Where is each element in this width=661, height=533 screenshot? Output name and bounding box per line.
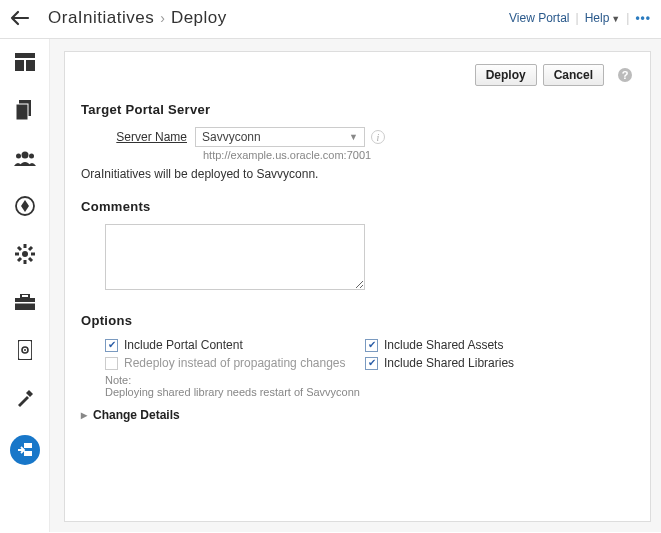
caret-down-icon: ▼ <box>611 14 620 24</box>
breadcrumb-root[interactable]: OraInitiatives <box>48 8 154 28</box>
server-url: http://example.us.oracle.com:7001 <box>203 149 634 161</box>
templates-icon[interactable] <box>13 99 37 121</box>
breadcrumb-current: Deploy <box>171 8 227 28</box>
options-note-label: Note: <box>105 374 634 386</box>
svg-point-9 <box>22 251 28 257</box>
deploy-button[interactable]: Deploy <box>475 64 537 86</box>
svg-line-17 <box>18 258 21 261</box>
svg-line-15 <box>29 258 32 261</box>
dashboard-icon[interactable] <box>13 51 37 73</box>
svg-rect-24 <box>24 443 32 448</box>
deploy-icon[interactable] <box>10 435 40 465</box>
cancel-button[interactable]: Cancel <box>543 64 604 86</box>
comments-textarea[interactable] <box>105 224 365 290</box>
svg-point-7 <box>29 154 34 159</box>
svg-rect-25 <box>24 451 32 456</box>
breadcrumb: OraInitiatives › Deploy <box>48 8 509 28</box>
section-title-comments: Comments <box>81 199 634 214</box>
section-title-target: Target Portal Server <box>81 102 634 117</box>
back-button[interactable] <box>8 6 32 30</box>
svg-text:?: ? <box>622 69 629 81</box>
svg-point-5 <box>21 152 28 159</box>
change-details-toggle[interactable]: ▸ Change Details <box>81 408 634 422</box>
svg-line-16 <box>29 247 32 250</box>
svg-rect-18 <box>15 298 35 310</box>
svg-line-14 <box>18 247 21 250</box>
svg-point-23 <box>24 349 26 351</box>
svg-rect-1 <box>15 60 24 71</box>
help-icon[interactable]: ? <box>616 66 634 84</box>
users-icon[interactable] <box>13 147 37 169</box>
help-menu[interactable]: Help▼ <box>585 11 621 25</box>
chevron-down-icon: ▼ <box>349 132 358 142</box>
options-note-text: Deploying shared library needs restart o… <box>105 386 634 398</box>
settings-icon[interactable] <box>13 243 37 265</box>
mobile-icon[interactable] <box>13 339 37 361</box>
redeploy-checkbox <box>105 357 118 370</box>
svg-rect-2 <box>26 60 35 71</box>
include-portal-content-label: Include Portal Content <box>124 338 243 352</box>
view-portal-link[interactable]: View Portal <box>509 11 569 25</box>
redeploy-label: Redeploy instead of propagating changes <box>124 356 346 370</box>
toolbox-icon[interactable] <box>13 291 37 313</box>
include-shared-assets-label: Include Shared Assets <box>384 338 503 352</box>
sidebar <box>0 39 50 532</box>
section-title-options: Options <box>81 313 634 328</box>
include-portal-content-checkbox[interactable] <box>105 339 118 352</box>
info-icon[interactable]: i <box>371 130 385 144</box>
breadcrumb-separator: › <box>160 10 165 26</box>
svg-rect-19 <box>21 294 29 298</box>
include-shared-libraries-checkbox[interactable] <box>365 357 378 370</box>
directions-icon[interactable] <box>13 195 37 217</box>
deploy-target-note: OraInitiatives will be deployed to Savvy… <box>81 167 634 181</box>
deploy-panel: Deploy Cancel ? Target Portal Server Ser… <box>64 51 651 522</box>
server-name-select[interactable]: Savvyconn ▼ <box>195 127 365 147</box>
tools-icon[interactable] <box>13 387 37 409</box>
chevron-right-icon: ▸ <box>81 408 87 422</box>
include-shared-assets-checkbox[interactable] <box>365 339 378 352</box>
svg-rect-20 <box>15 302 35 304</box>
overflow-menu-icon[interactable]: ••• <box>635 11 651 25</box>
svg-rect-4 <box>16 104 28 120</box>
svg-rect-0 <box>15 53 35 58</box>
svg-point-6 <box>16 154 21 159</box>
include-shared-libraries-label: Include Shared Libraries <box>384 356 514 370</box>
server-name-label: Server Name <box>105 130 195 144</box>
